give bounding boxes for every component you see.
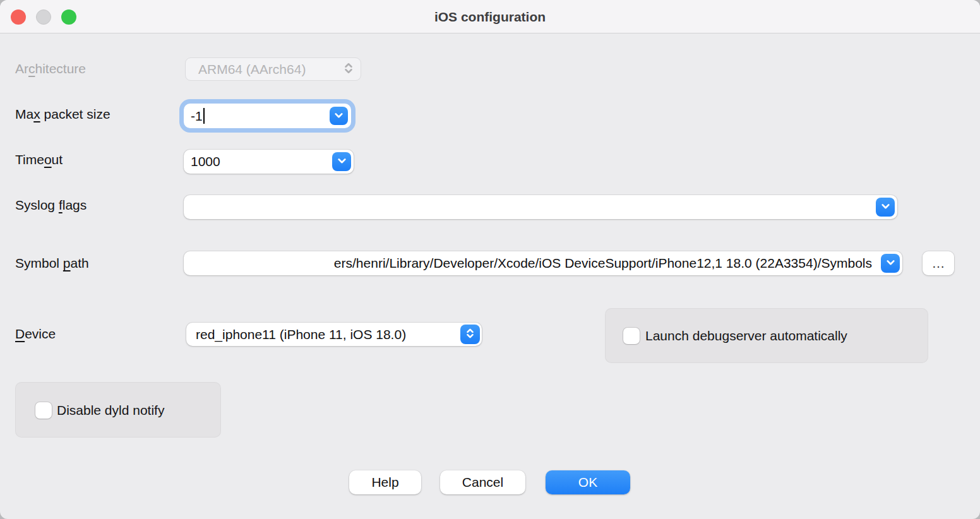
symbol-path-browse-button[interactable]: … — [923, 251, 954, 275]
label-segment: c — [28, 61, 35, 76]
chevron-down-icon — [885, 257, 896, 270]
label-segment: p — [63, 256, 71, 270]
label-segment: evice — [25, 326, 56, 341]
cancel-button[interactable]: Cancel — [440, 470, 525, 494]
launch-debugserver-label[interactable]: Launch debugserver automatically — [645, 328, 847, 343]
symbol-path-label: Symbol path — [15, 256, 89, 271]
syslog-flags-combo[interactable] — [184, 195, 897, 219]
window-title: iOS configuration — [0, 0, 980, 33]
timeout-dropdown-button[interactable] — [332, 152, 351, 171]
symbol-path-value: ers/henri/Library/Developer/Xcode/iOS De… — [334, 256, 902, 271]
architecture-value: ARM64 (AArch64) — [186, 62, 306, 77]
timeout-combo[interactable]: 1000 — [184, 150, 354, 174]
architecture-label: Architecture — [15, 61, 86, 76]
disable-dyld-notify-label[interactable]: Disable dyld notify — [57, 403, 164, 418]
label-segment: Ar — [15, 61, 28, 76]
text-caret — [203, 108, 205, 124]
device-value: red_iphone11 (iPhone 11, iOS 18.0) — [186, 327, 406, 342]
label-segment: x — [33, 107, 40, 121]
max-packet-size-label: Max packet size — [15, 107, 111, 122]
chevron-down-icon — [337, 155, 347, 168]
label-segment: Ma — [15, 107, 33, 121]
symbol-path-dropdown-button[interactable] — [881, 254, 900, 273]
chevron-up-down-icon — [343, 61, 354, 78]
symbol-path-combo[interactable]: ers/henri/Library/Developer/Xcode/iOS De… — [184, 251, 902, 275]
titlebar: iOS configuration — [0, 0, 980, 33]
label-segment: D — [15, 326, 25, 341]
device-popup-button[interactable] — [460, 325, 480, 344]
timeout-value: 1000 — [184, 154, 220, 169]
help-button[interactable]: Help — [349, 470, 421, 494]
device-popup[interactable]: red_iphone11 (iPhone 11, iOS 18.0) — [186, 323, 482, 346]
label-segment: hitecture — [35, 61, 87, 76]
launch-debugserver-checkbox[interactable] — [623, 328, 640, 344]
chevron-down-icon — [333, 110, 344, 122]
label-segment: o — [44, 152, 52, 167]
disable-dyld-notify-checkbox[interactable] — [35, 402, 52, 419]
syslog-flags-dropdown-button[interactable] — [876, 198, 895, 217]
max-packet-size-value: -1 — [184, 109, 203, 124]
chevron-down-icon — [880, 201, 891, 213]
device-label: Device — [15, 326, 56, 342]
chevron-up-down-icon — [465, 327, 475, 342]
architecture-popup: ARM64 (AArch64) — [185, 57, 361, 81]
syslog-flags-label: Syslog flags — [15, 198, 87, 213]
timeout-label: Timeout — [15, 152, 63, 167]
label-segment: packet size — [40, 107, 111, 121]
label-segment: ath — [71, 256, 89, 270]
max-packet-size-dropdown-button[interactable] — [330, 107, 348, 125]
ok-button[interactable]: OK — [546, 470, 630, 494]
ios-configuration-dialog: iOS configuration Architecture ARM64 (AA… — [0, 0, 980, 519]
label-segment: Time — [15, 152, 44, 167]
label-segment: Symbol — [15, 256, 63, 270]
label-segment: Syslog — [15, 198, 59, 212]
max-packet-size-combo[interactable]: -1 — [184, 104, 351, 128]
label-segment: lags — [63, 198, 87, 212]
label-segment: ut — [52, 152, 63, 167]
